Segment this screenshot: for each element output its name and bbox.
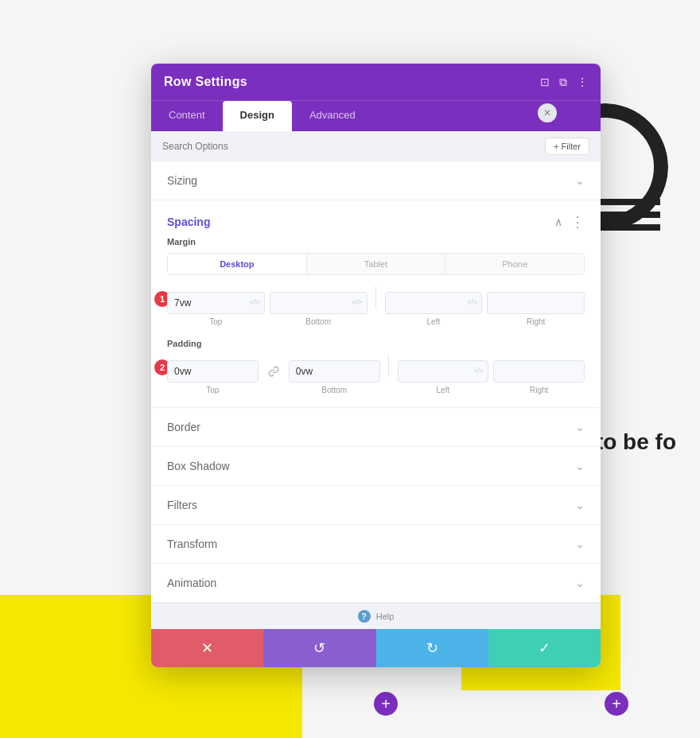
- padding-top-label: Top: [206, 386, 219, 394]
- device-tab-desktop[interactable]: Desktop: [168, 254, 307, 274]
- section-box-shadow-header[interactable]: Box Shadow ⌄: [151, 447, 601, 485]
- margin-left-label: Left: [427, 317, 441, 326]
- section-sizing-title: Sizing: [167, 174, 197, 187]
- modal-footer: ✕ ↺ ↻ ✓: [151, 629, 601, 667]
- modal-tabs: Content Design Advanced: [151, 100, 601, 131]
- padding-link-icon[interactable]: [263, 366, 284, 394]
- padding-right-label: Right: [530, 386, 548, 394]
- padding-left-label: Left: [437, 386, 450, 394]
- spacing-chevron-icon[interactable]: ∧: [554, 216, 562, 228]
- padding-divider: [385, 355, 393, 394]
- modal-header-icons: ⊡ ⧉ ⋮: [540, 76, 588, 89]
- padding-top-input[interactable]: [167, 360, 259, 383]
- undo-button[interactable]: ↺: [263, 629, 375, 667]
- border-chevron-icon: ⌄: [575, 421, 585, 433]
- modal-close-x-button[interactable]: ✕: [538, 103, 557, 122]
- cancel-button[interactable]: ✕: [151, 629, 263, 667]
- modal-search-bar: + Filter: [151, 131, 601, 161]
- tab-content[interactable]: Content: [151, 101, 223, 131]
- help-label[interactable]: Help: [376, 612, 395, 621]
- padding-bottom-input[interactable]: [289, 360, 380, 383]
- margin-right-label: Right: [527, 317, 545, 326]
- spacing-more-icon[interactable]: ⋮: [570, 213, 585, 231]
- section-spacing-header: Spacing ∧ ⋮: [151, 200, 601, 237]
- margin-top-col: </> Top: [167, 292, 265, 326]
- margin-bottom-label: Bottom: [305, 317, 331, 326]
- modal-icon-expand[interactable]: ⊡: [540, 76, 550, 88]
- section-spacing: Spacing ∧ ⋮ Margin Desktop Tablet Phone …: [151, 200, 601, 408]
- padding-left-code-icon: </>: [473, 367, 484, 375]
- padding-inputs-row: 2 Top Bottom: [151, 355, 601, 394]
- section-filters-header[interactable]: Filters ⌄: [151, 486, 601, 524]
- box-shadow-chevron-icon: ⌄: [575, 460, 585, 472]
- margin-inputs-row: 1 </> Top </> Bottom </> Left: [151, 286, 601, 326]
- help-bar: ? Help: [151, 603, 601, 629]
- section-transform-header[interactable]: Transform ⌄: [151, 525, 601, 563]
- section-box-shadow-title: Box Shadow: [167, 460, 230, 472]
- row-settings-modal: Row Settings ⊡ ⧉ ⋮ Content Design Advanc…: [151, 64, 601, 667]
- padding-top-col: Top: [167, 360, 259, 394]
- modal-icon-more[interactable]: ⋮: [577, 76, 588, 88]
- section-animation-title: Animation: [167, 577, 216, 589]
- margin-right-input[interactable]: [487, 292, 585, 314]
- tab-design[interactable]: Design: [223, 101, 292, 131]
- modal-header: Row Settings ⊡ ⧉ ⋮: [151, 64, 601, 100]
- device-tab-tablet[interactable]: Tablet: [307, 254, 446, 274]
- margin-right-col: Right: [487, 292, 585, 326]
- transform-chevron-icon: ⌄: [575, 538, 585, 550]
- add-column-left-button[interactable]: +: [374, 692, 398, 716]
- margin-bottom-code-icon: </>: [352, 298, 362, 306]
- device-tabs: Desktop Tablet Phone: [167, 253, 585, 275]
- modal-title: Row Settings: [164, 75, 247, 89]
- search-input[interactable]: [162, 141, 545, 152]
- padding-left-col: </> Left: [398, 360, 489, 394]
- sizing-chevron-icon: ⌄: [575, 174, 585, 187]
- section-transform: Transform ⌄: [151, 525, 601, 564]
- tab-advanced[interactable]: Advanced: [292, 101, 373, 131]
- padding-right-input[interactable]: [493, 360, 585, 383]
- margin-label: Margin: [151, 237, 601, 247]
- margin-bottom-col: </> Bottom: [270, 292, 368, 326]
- margin-left-code-icon: </>: [467, 298, 477, 306]
- section-sizing-header[interactable]: Sizing ⌄: [151, 161, 601, 200]
- help-icon: ?: [358, 610, 371, 623]
- section-box-shadow: Box Shadow ⌄: [151, 447, 601, 486]
- section-spacing-title[interactable]: Spacing: [167, 216, 210, 228]
- padding-right-col: Right: [493, 360, 585, 394]
- section-filters-title: Filters: [167, 499, 197, 511]
- animation-chevron-icon: ⌄: [575, 577, 585, 589]
- section-animation: Animation ⌄: [151, 564, 601, 603]
- section-animation-header[interactable]: Animation ⌄: [151, 564, 601, 602]
- section-transform-title: Transform: [167, 538, 217, 550]
- save-button[interactable]: ✓: [488, 629, 601, 667]
- filter-button[interactable]: + Filter: [545, 138, 589, 155]
- filters-chevron-icon: ⌄: [575, 499, 585, 511]
- margin-top-code-icon: </>: [250, 298, 260, 306]
- section-filters: Filters ⌄: [151, 486, 601, 525]
- modal-body: Sizing ⌄ Spacing ∧ ⋮ Margin Desktop Tabl…: [151, 161, 601, 629]
- padding-label: Padding: [151, 339, 601, 348]
- margin-left-col: </> Left: [385, 292, 483, 326]
- margin-divider: [372, 286, 380, 326]
- padding-bottom-label: Bottom: [321, 386, 347, 394]
- device-tab-phone[interactable]: Phone: [445, 254, 584, 274]
- section-sizing: Sizing ⌄: [151, 161, 601, 200]
- add-column-right-button[interactable]: +: [605, 692, 628, 716]
- section-border: Border ⌄: [151, 408, 601, 447]
- padding-bottom-col: Bottom: [289, 360, 380, 394]
- redo-button[interactable]: ↻: [376, 629, 488, 667]
- margin-top-label: Top: [209, 317, 222, 326]
- section-border-title: Border: [167, 421, 200, 433]
- section-border-header[interactable]: Border ⌄: [151, 408, 601, 446]
- modal-icon-split[interactable]: ⧉: [559, 76, 567, 89]
